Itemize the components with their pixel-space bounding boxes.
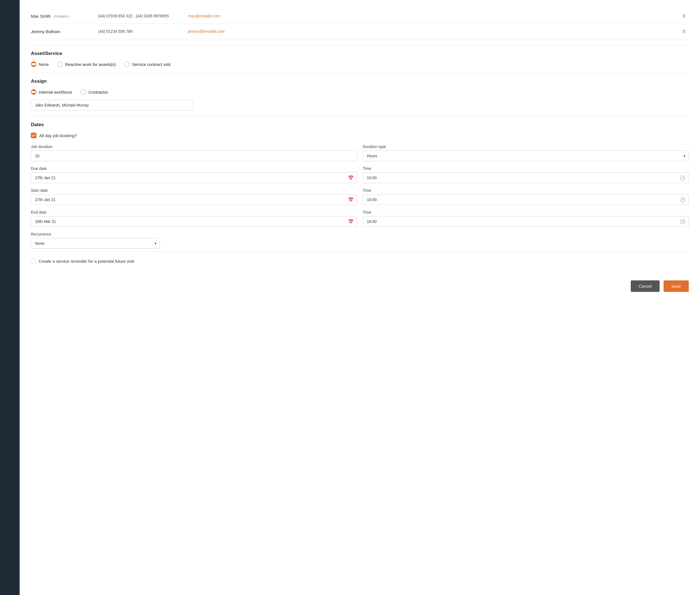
primary-badge-1: (PRIMARY) bbox=[54, 15, 69, 18]
radio-label-none: None bbox=[39, 62, 49, 67]
all-day-label: All day job booking? bbox=[39, 133, 77, 138]
contact-phone-1: (44) 07939 654 322 , (44) 0208 9976655 bbox=[98, 14, 188, 18]
end-time-input-wrapper: 🕐 bbox=[363, 216, 689, 227]
due-date-input-wrapper: 📅 bbox=[31, 172, 357, 183]
radio-label-reactive: Reactive work for assets(s) bbox=[65, 62, 116, 67]
sidebar bbox=[0, 0, 20, 595]
radio-option-none[interactable]: None bbox=[31, 61, 49, 67]
end-date-label: End date bbox=[31, 210, 357, 215]
radio-label-contractor: Contractor bbox=[88, 90, 108, 94]
contact-name-1: Max Smith (PRIMARY) bbox=[31, 14, 98, 19]
due-time-label: Time bbox=[363, 166, 689, 171]
form-container: Max Smith (PRIMARY) (44) 07939 654 322 ,… bbox=[20, 0, 700, 595]
assign-section: Assign Internal workforce Contractor bbox=[31, 79, 689, 111]
end-time-label: Time bbox=[363, 210, 689, 215]
start-time-input-wrapper: 🕐 bbox=[363, 194, 689, 205]
recurrence-label: Recurrence bbox=[31, 232, 160, 236]
radio-circle-internal bbox=[31, 89, 36, 95]
start-date-input[interactable] bbox=[31, 194, 357, 205]
radio-circle-reactive bbox=[57, 61, 63, 67]
radio-circle-none bbox=[31, 61, 36, 67]
delete-contact-1[interactable]: 🗑 bbox=[680, 12, 689, 20]
due-time-input[interactable] bbox=[363, 172, 689, 183]
dates-section: Dates All day job booking? Job duration … bbox=[31, 122, 689, 249]
contact-row-1: Max Smith (PRIMARY) (44) 07939 654 322 ,… bbox=[31, 8, 689, 24]
duration-type-select[interactable]: Hours Days Minutes bbox=[363, 150, 689, 161]
contact-email-2: jeremy@emailid.com bbox=[188, 29, 680, 34]
start-time-input[interactable] bbox=[363, 194, 689, 205]
contact-phone-2: (44) 01234 556 789 bbox=[98, 29, 188, 34]
divider-3 bbox=[31, 116, 689, 116]
start-date-input-wrapper: 📅 bbox=[31, 194, 357, 205]
delete-contact-2[interactable]: 🗑 bbox=[680, 28, 689, 35]
assign-title: Assign bbox=[31, 79, 689, 84]
assign-workers-wrapper bbox=[31, 100, 194, 111]
due-date-group: Due date 📅 bbox=[31, 166, 357, 183]
job-duration-label: Job duration bbox=[31, 144, 357, 149]
end-date-input[interactable] bbox=[31, 216, 357, 227]
contact-name-2: Jeremy Botham bbox=[31, 29, 98, 34]
due-date-row: Due date 📅 Time 🕐 bbox=[31, 166, 689, 183]
duration-type-select-wrapper: Hours Days Minutes bbox=[363, 150, 689, 161]
duration-row: Job duration Duration type Hours Days Mi… bbox=[31, 144, 689, 161]
end-date-input-wrapper: 📅 bbox=[31, 216, 357, 227]
contact-row-2: Jeremy Botham (44) 01234 556 789 jeremy@… bbox=[31, 24, 689, 39]
start-date-group: Start date 📅 bbox=[31, 188, 357, 205]
end-time-group: Time 🕐 bbox=[363, 210, 689, 227]
duration-type-label: Duration type bbox=[363, 144, 689, 149]
start-time-label: Time bbox=[363, 188, 689, 193]
job-duration-input[interactable] bbox=[31, 150, 357, 161]
recurrence-group: Recurrence None Daily Weekly Monthly bbox=[31, 232, 160, 249]
asset-service-options: None Reactive work for assets(s) Service… bbox=[31, 61, 689, 67]
radio-label-internal: Internal workforce bbox=[39, 90, 72, 94]
radio-label-service: Service contract visit bbox=[132, 62, 171, 67]
service-reminder-row: Create a service reminder for a potentia… bbox=[31, 258, 689, 263]
due-date-label: Due date bbox=[31, 166, 357, 171]
radio-circle-service bbox=[124, 61, 130, 67]
action-bar: Cancel Save bbox=[31, 275, 689, 292]
dates-title: Dates bbox=[31, 122, 689, 128]
cancel-button[interactable]: Cancel bbox=[631, 280, 660, 292]
divider-2 bbox=[31, 73, 689, 73]
radio-option-internal[interactable]: Internal workforce bbox=[31, 89, 72, 95]
recurrence-select[interactable]: None Daily Weekly Monthly bbox=[31, 238, 160, 249]
job-duration-group: Job duration bbox=[31, 144, 357, 161]
contact-name-text-1: Max Smith bbox=[31, 14, 51, 19]
end-date-row: End date 📅 Time 🕐 bbox=[31, 210, 689, 227]
end-time-input[interactable] bbox=[363, 216, 689, 227]
service-reminder-checkbox[interactable] bbox=[31, 258, 36, 263]
duration-type-group: Duration type Hours Days Minutes bbox=[363, 144, 689, 161]
start-date-row: Start date 📅 Time 🕐 bbox=[31, 188, 689, 205]
due-time-group: Time 🕐 bbox=[363, 166, 689, 183]
assign-workers-input[interactable] bbox=[31, 100, 194, 111]
radio-option-service[interactable]: Service contract visit bbox=[124, 61, 171, 67]
radio-option-contractor[interactable]: Contractor bbox=[81, 89, 108, 95]
main-content: Max Smith (PRIMARY) (44) 07939 654 322 ,… bbox=[20, 0, 700, 595]
service-reminder-section: Create a service reminder for a potentia… bbox=[31, 252, 689, 263]
radio-option-reactive[interactable]: Reactive work for assets(s) bbox=[57, 61, 116, 67]
service-reminder-label: Create a service reminder for a potentia… bbox=[39, 259, 134, 263]
due-time-input-wrapper: 🕐 bbox=[363, 172, 689, 183]
all-day-row: All day job booking? bbox=[31, 133, 689, 138]
due-date-input[interactable] bbox=[31, 172, 357, 183]
end-date-group: End date 📅 bbox=[31, 210, 357, 227]
recurrence-select-wrapper: None Daily Weekly Monthly bbox=[31, 238, 160, 249]
contact-email-1: max@emailid.com bbox=[188, 14, 680, 18]
start-date-label: Start date bbox=[31, 188, 357, 193]
radio-circle-contractor bbox=[81, 89, 86, 95]
asset-service-title: Asset/Service bbox=[31, 51, 689, 56]
divider-1 bbox=[31, 45, 689, 45]
start-time-group: Time 🕐 bbox=[363, 188, 689, 205]
save-button[interactable]: Save bbox=[664, 280, 689, 292]
assign-options: Internal workforce Contractor bbox=[31, 89, 689, 95]
asset-service-section: Asset/Service None Reactive work for ass… bbox=[31, 51, 689, 67]
all-day-checkbox[interactable] bbox=[31, 133, 36, 138]
